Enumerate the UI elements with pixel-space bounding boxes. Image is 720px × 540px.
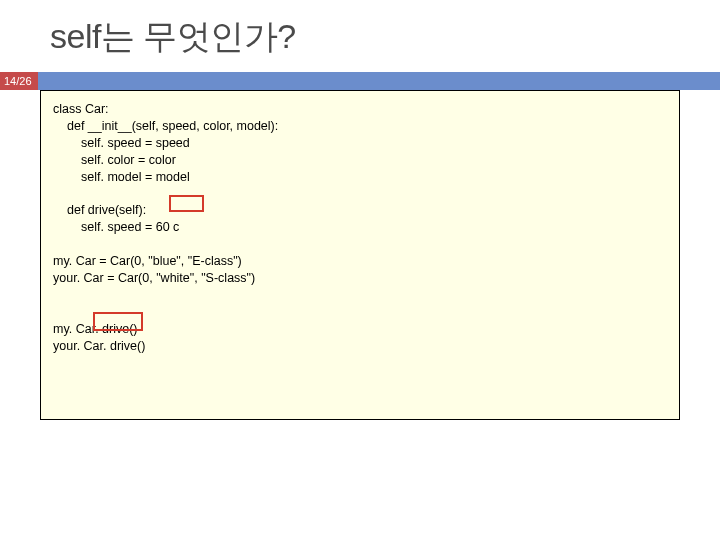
code-line: your. Car = Car(0, "white", "S-class") xyxy=(53,270,667,287)
page-title: self는 무엇인가? xyxy=(0,0,720,72)
blank-line xyxy=(53,185,667,202)
code-line: self. model = model xyxy=(53,169,667,186)
code-line: def __init__(self, speed, color, model): xyxy=(53,118,667,135)
slide: self는 무엇인가? 14/26 class Car: def __init_… xyxy=(0,0,720,540)
slide-number: 14/26 xyxy=(0,72,38,90)
code-box: class Car: def __init__(self, speed, col… xyxy=(40,90,680,420)
code-line: self. speed = 60 c xyxy=(53,219,667,236)
code-line: class Car: xyxy=(53,101,667,118)
blank-line xyxy=(53,236,667,253)
code-line: self. speed = speed xyxy=(53,135,667,152)
code-line: my. Car. drive() xyxy=(53,321,667,338)
blank-line xyxy=(53,304,667,321)
code-line: your. Car. drive() xyxy=(53,338,667,355)
code-line: my. Car = Car(0, "blue", "E-class") xyxy=(53,253,667,270)
code-line: self. color = color xyxy=(53,152,667,169)
code-line: def drive(self): xyxy=(53,202,667,219)
blank-line xyxy=(53,287,667,304)
divider-bar: 14/26 xyxy=(0,72,720,90)
